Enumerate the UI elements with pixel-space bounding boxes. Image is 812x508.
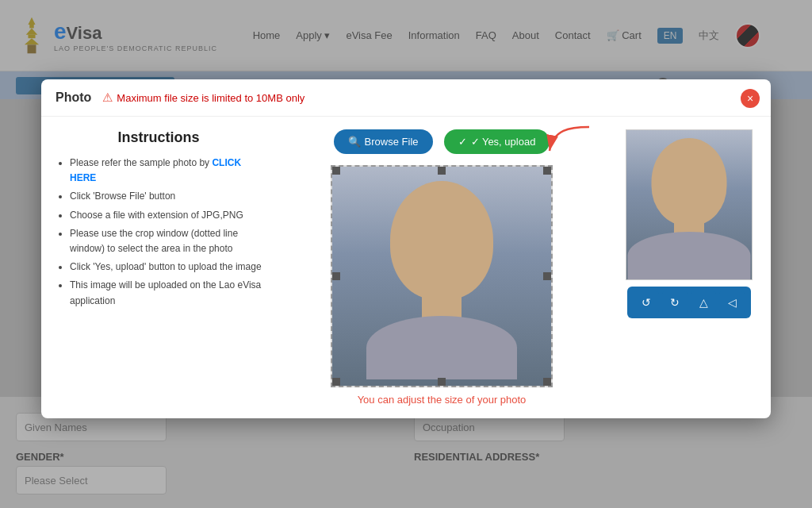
- instructions-list: Please refer the sample photo by CLICK H…: [56, 156, 262, 309]
- browse-file-label: Browse File: [365, 136, 419, 148]
- instructions-panel: Instructions Please refer the sample pho…: [56, 129, 262, 406]
- crop-corner-bm: [438, 378, 446, 386]
- instruction-item-6: This image will be uploaded on the Lao e…: [70, 278, 262, 308]
- yes-upload-button[interactable]: ✓ ✓ Yes, upload: [444, 129, 550, 154]
- face-neck: [422, 288, 462, 320]
- photo-preview: [332, 167, 551, 386]
- instruction-item-4: Please use the crop window (dotted line …: [70, 226, 262, 256]
- photo-modal: Photo ⚠ Maximum file size is limited to …: [41, 79, 771, 418]
- preview-photo: [626, 129, 753, 280]
- adjust-photo-text: You can adjust the size of your photo: [358, 394, 527, 406]
- preview-shoulders: [628, 232, 751, 279]
- face-shoulders: [366, 316, 517, 379]
- instructions-title: Instructions: [56, 129, 262, 146]
- warning-icon: ⚠: [102, 90, 113, 105]
- face-simulation: [362, 173, 521, 379]
- modal-warning-text: Maximum file size is limited to 10MB onl…: [117, 92, 304, 104]
- crop-corner-tr: [543, 167, 551, 175]
- modal-header: Photo ⚠ Maximum file size is limited to …: [41, 79, 771, 117]
- flip-vertical-button[interactable]: ◁: [719, 291, 745, 314]
- instruction-item-5: Click 'Yes, upload' button to upload the…: [70, 260, 262, 275]
- search-icon: 🔍: [348, 136, 361, 148]
- rotate-left-button[interactable]: ↺: [634, 291, 659, 314]
- modal-warning: ⚠ Maximum file size is limited to 10MB o…: [102, 90, 304, 105]
- modal-close-button[interactable]: ×: [741, 89, 760, 108]
- modal-title: Photo: [56, 90, 91, 105]
- preview-head: [652, 138, 727, 225]
- instruction-item-2: Click 'Browse File' button: [70, 189, 262, 204]
- crop-container[interactable]: [331, 165, 553, 387]
- instruction-item-3: Choose a file with extension of JPG,PNG: [70, 208, 262, 223]
- modal-overlay: Photo ⚠ Maximum file size is limited to …: [0, 0, 812, 508]
- right-preview-panel: ↺ ↻ △ ◁: [622, 129, 756, 406]
- arrow-indicator: [546, 125, 593, 157]
- crop-corner-tm: [438, 167, 446, 175]
- upload-label: ✓ Yes, upload: [471, 136, 536, 148]
- crop-corner-br: [543, 378, 551, 386]
- crop-corner-bl: [332, 378, 340, 386]
- check-icon: ✓: [458, 136, 467, 148]
- instruction-item-1: Please refer the sample photo by CLICK H…: [70, 156, 262, 186]
- crop-corner-mr: [543, 272, 551, 280]
- modal-body: Instructions Please refer the sample pho…: [41, 117, 771, 418]
- browse-file-button[interactable]: 🔍 Browse File: [334, 129, 433, 154]
- rotate-right-button[interactable]: ↻: [662, 291, 688, 314]
- crop-corner-tl: [332, 167, 340, 175]
- center-crop-area: 🔍 Browse File ✓ ✓ Yes, upload: [278, 129, 606, 406]
- face-head: [390, 181, 493, 300]
- control-bar: ↺ ↻ △ ◁: [627, 287, 751, 318]
- crop-corner-ml: [332, 272, 340, 280]
- flip-horizontal-button[interactable]: △: [691, 291, 716, 314]
- click-here-link[interactable]: CLICK HERE: [70, 157, 241, 183]
- buttons-row: 🔍 Browse File ✓ ✓ Yes, upload: [334, 129, 550, 154]
